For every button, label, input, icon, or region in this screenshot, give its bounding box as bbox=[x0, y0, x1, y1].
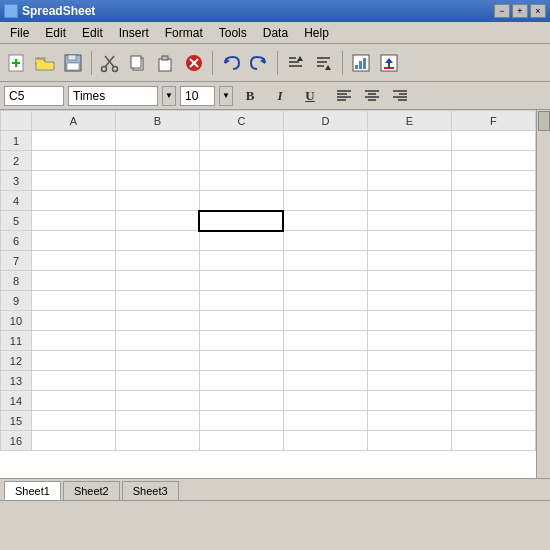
cell-F5[interactable] bbox=[451, 211, 535, 231]
cell-reference-input[interactable] bbox=[4, 86, 64, 106]
sheet-tab-2[interactable]: Sheet2 bbox=[63, 481, 120, 500]
cell-F14[interactable] bbox=[451, 391, 535, 411]
cell-D2[interactable] bbox=[283, 151, 367, 171]
cell-E16[interactable] bbox=[367, 431, 451, 451]
cell-D15[interactable] bbox=[283, 411, 367, 431]
cell-A3[interactable] bbox=[31, 171, 115, 191]
font-name-dropdown[interactable]: ▼ bbox=[162, 86, 176, 106]
cell-E1[interactable] bbox=[367, 131, 451, 151]
cell-F4[interactable] bbox=[451, 191, 535, 211]
align-left-button[interactable] bbox=[331, 85, 357, 107]
cell-D7[interactable] bbox=[283, 251, 367, 271]
cell-B10[interactable] bbox=[115, 311, 199, 331]
cell-A2[interactable] bbox=[31, 151, 115, 171]
row-header-8[interactable]: 8 bbox=[1, 271, 32, 291]
redo-button[interactable] bbox=[246, 50, 272, 76]
cell-F3[interactable] bbox=[451, 171, 535, 191]
cell-F15[interactable] bbox=[451, 411, 535, 431]
cell-D10[interactable] bbox=[283, 311, 367, 331]
maximize-button[interactable]: + bbox=[512, 4, 528, 18]
cell-A7[interactable] bbox=[31, 251, 115, 271]
cell-E4[interactable] bbox=[367, 191, 451, 211]
row-header-7[interactable]: 7 bbox=[1, 251, 32, 271]
row-header-6[interactable]: 6 bbox=[1, 231, 32, 251]
cell-F6[interactable] bbox=[451, 231, 535, 251]
cell-F9[interactable] bbox=[451, 291, 535, 311]
cell-B14[interactable] bbox=[115, 391, 199, 411]
cell-A4[interactable] bbox=[31, 191, 115, 211]
cell-A9[interactable] bbox=[31, 291, 115, 311]
cell-B9[interactable] bbox=[115, 291, 199, 311]
cell-E2[interactable] bbox=[367, 151, 451, 171]
cell-C1[interactable] bbox=[199, 131, 283, 151]
cell-D5[interactable] bbox=[283, 211, 367, 231]
underline-button[interactable]: U bbox=[297, 85, 323, 107]
cell-C13[interactable] bbox=[199, 371, 283, 391]
cell-B8[interactable] bbox=[115, 271, 199, 291]
undo-button[interactable] bbox=[218, 50, 244, 76]
col-header-C[interactable]: C bbox=[199, 111, 283, 131]
cell-C2[interactable] bbox=[199, 151, 283, 171]
scrollbar-thumb[interactable] bbox=[538, 111, 550, 131]
cell-F8[interactable] bbox=[451, 271, 535, 291]
window-controls[interactable]: − + × bbox=[494, 4, 546, 18]
cell-A6[interactable] bbox=[31, 231, 115, 251]
col-header-B[interactable]: B bbox=[115, 111, 199, 131]
col-header-E[interactable]: E bbox=[367, 111, 451, 131]
cell-C10[interactable] bbox=[199, 311, 283, 331]
font-name-input[interactable] bbox=[68, 86, 158, 106]
sheet-tab-1[interactable]: Sheet1 bbox=[4, 481, 61, 500]
cell-D14[interactable] bbox=[283, 391, 367, 411]
cell-D12[interactable] bbox=[283, 351, 367, 371]
row-header-3[interactable]: 3 bbox=[1, 171, 32, 191]
cell-E6[interactable] bbox=[367, 231, 451, 251]
paste-button[interactable] bbox=[153, 50, 179, 76]
cell-F12[interactable] bbox=[451, 351, 535, 371]
row-header-11[interactable]: 11 bbox=[1, 331, 32, 351]
menu-tools[interactable]: Tools bbox=[211, 24, 255, 42]
close-button[interactable]: × bbox=[530, 4, 546, 18]
cell-B13[interactable] bbox=[115, 371, 199, 391]
italic-button[interactable]: I bbox=[267, 85, 293, 107]
cell-A8[interactable] bbox=[31, 271, 115, 291]
cell-E13[interactable] bbox=[367, 371, 451, 391]
cell-C16[interactable] bbox=[199, 431, 283, 451]
cell-E7[interactable] bbox=[367, 251, 451, 271]
menu-format[interactable]: Format bbox=[157, 24, 211, 42]
cell-A1[interactable] bbox=[31, 131, 115, 151]
cell-C15[interactable] bbox=[199, 411, 283, 431]
cell-B3[interactable] bbox=[115, 171, 199, 191]
cell-B16[interactable] bbox=[115, 431, 199, 451]
row-header-1[interactable]: 1 bbox=[1, 131, 32, 151]
open-button[interactable] bbox=[32, 50, 58, 76]
cell-F13[interactable] bbox=[451, 371, 535, 391]
cell-D16[interactable] bbox=[283, 431, 367, 451]
cell-B1[interactable] bbox=[115, 131, 199, 151]
cell-D4[interactable] bbox=[283, 191, 367, 211]
cell-F10[interactable] bbox=[451, 311, 535, 331]
col-header-D[interactable]: D bbox=[283, 111, 367, 131]
row-header-14[interactable]: 14 bbox=[1, 391, 32, 411]
cell-E8[interactable] bbox=[367, 271, 451, 291]
cell-C3[interactable] bbox=[199, 171, 283, 191]
cell-C7[interactable] bbox=[199, 251, 283, 271]
row-header-10[interactable]: 10 bbox=[1, 311, 32, 331]
row-header-16[interactable]: 16 bbox=[1, 431, 32, 451]
cell-D3[interactable] bbox=[283, 171, 367, 191]
cell-B4[interactable] bbox=[115, 191, 199, 211]
row-header-15[interactable]: 15 bbox=[1, 411, 32, 431]
cell-A5[interactable] bbox=[31, 211, 115, 231]
sheet-tab-3[interactable]: Sheet3 bbox=[122, 481, 179, 500]
cell-E14[interactable] bbox=[367, 391, 451, 411]
cell-C11[interactable] bbox=[199, 331, 283, 351]
cell-D9[interactable] bbox=[283, 291, 367, 311]
font-size-dropdown[interactable]: ▼ bbox=[219, 86, 233, 106]
row-header-5[interactable]: 5 bbox=[1, 211, 32, 231]
col-header-F[interactable]: F bbox=[451, 111, 535, 131]
cell-B7[interactable] bbox=[115, 251, 199, 271]
cell-F16[interactable] bbox=[451, 431, 535, 451]
cell-C9[interactable] bbox=[199, 291, 283, 311]
cell-A10[interactable] bbox=[31, 311, 115, 331]
bold-button[interactable]: B bbox=[237, 85, 263, 107]
cell-A11[interactable] bbox=[31, 331, 115, 351]
